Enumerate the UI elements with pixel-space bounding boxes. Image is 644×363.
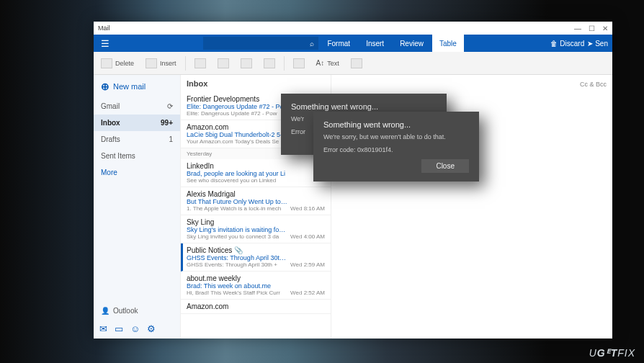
search-icon: ⌕ bbox=[310, 40, 314, 48]
error-title: Something went wrong... bbox=[291, 102, 437, 111]
discard-button[interactable]: 🗑 Discard bbox=[550, 40, 584, 48]
ribbon-text[interactable]: A↕Text bbox=[313, 59, 342, 67]
message-item[interactable]: Alexis Madrigal But That Future Only Wen… bbox=[181, 187, 331, 215]
error-dialog-front: Something went wrong... We're sorry, but… bbox=[313, 112, 479, 182]
message-subject: Brad: This week on about.me bbox=[187, 282, 287, 290]
ribbon-align[interactable] bbox=[290, 58, 308, 68]
message-item[interactable]: Public Notices 📎 GHSS Events: Through Ap… bbox=[181, 243, 331, 272]
insert-table-icon bbox=[146, 58, 157, 68]
message-preview: See who discovered you on Linked bbox=[187, 177, 322, 184]
message-preview: Hi, Brad! This Week's Staff Pick Curr bbox=[187, 290, 287, 296]
send-icon: ➤ bbox=[587, 40, 593, 48]
close-window-button[interactable]: ✕ bbox=[602, 24, 608, 32]
message-time: Wed 2:52 AM bbox=[287, 290, 325, 296]
ribbon-style2[interactable] bbox=[215, 58, 232, 68]
message-time: Wed 4:00 AM bbox=[287, 233, 325, 240]
message-preview: Sky Ling invited you to connect 3 da bbox=[187, 233, 287, 240]
appbar-actions: 🗑 Discard ➤ Sen bbox=[550, 40, 612, 48]
table-style-icon bbox=[194, 58, 206, 68]
message-item[interactable]: Amazon.com bbox=[181, 300, 331, 314]
sidebar-bottom-icons: ✉ ▭ ☺ ⚙ bbox=[94, 319, 180, 339]
message-subject: Sky Ling's invitation is waiting for yo bbox=[187, 226, 287, 233]
plus-icon: ⊕ bbox=[101, 81, 109, 92]
message-sender: LinkedIn bbox=[187, 162, 322, 170]
margins-icon bbox=[351, 58, 362, 68]
message-item[interactable]: Sky Ling Sky Ling's invitation is waitin… bbox=[181, 215, 331, 243]
mail-icon[interactable]: ✉ bbox=[99, 323, 107, 334]
ribbon-tabs: Format Insert Review Table bbox=[320, 35, 463, 52]
new-mail-button[interactable]: ⊕ New mail bbox=[94, 75, 180, 98]
error-code: Error code: 0x801901f4. bbox=[323, 146, 469, 153]
message-subject: Brad, people are looking at your Li bbox=[187, 170, 322, 177]
message-sender: Amazon.com bbox=[187, 302, 322, 310]
folder-sent[interactable]: Sent Items bbox=[94, 148, 180, 164]
folder-inbox[interactable]: Inbox 99+ bbox=[94, 115, 180, 131]
settings-icon[interactable]: ⚙ bbox=[147, 323, 156, 334]
cc-bcc-toggle[interactable]: Cc & Bcc bbox=[337, 81, 607, 88]
message-item[interactable]: LinkedIn Brad, people are looking at you… bbox=[181, 159, 331, 187]
more-folders[interactable]: More bbox=[94, 164, 180, 181]
watermark: UGᴱTFIX bbox=[589, 347, 635, 359]
message-sender: about.me weekly bbox=[187, 274, 287, 282]
minimize-button[interactable]: — bbox=[574, 24, 581, 32]
window-controls: — ☐ ✕ bbox=[574, 24, 608, 32]
folder-title: Inbox bbox=[181, 75, 331, 92]
calendar-icon[interactable]: ▭ bbox=[115, 323, 123, 334]
maximize-button[interactable]: ☐ bbox=[589, 24, 595, 32]
window-title: Mail bbox=[98, 24, 110, 32]
close-button[interactable]: Close bbox=[421, 159, 469, 173]
separator bbox=[185, 56, 186, 71]
trash-icon: 🗑 bbox=[550, 40, 558, 48]
sync-icon[interactable]: ⟳ bbox=[167, 102, 173, 110]
outlook-account[interactable]: 👤 Outlook bbox=[94, 302, 180, 319]
folder-drafts[interactable]: Drafts 1 bbox=[94, 131, 180, 148]
message-time: Wed 8:16 AM bbox=[287, 205, 325, 212]
drafts-count: 1 bbox=[169, 135, 173, 143]
titlebar: Mail — ☐ ✕ bbox=[94, 22, 612, 35]
message-subject: GHSS Events: Through April 30th + bbox=[187, 254, 287, 261]
message-sender: Sky Ling bbox=[187, 218, 287, 226]
delete-table-icon bbox=[101, 58, 112, 68]
ribbon-delete[interactable]: Delete bbox=[98, 58, 137, 68]
message-sender: Public Notices 📎 bbox=[187, 246, 287, 254]
ribbon-style1[interactable] bbox=[192, 58, 209, 68]
error-title: Something went wrong... bbox=[323, 120, 469, 129]
tab-format[interactable]: Format bbox=[320, 35, 357, 52]
tab-review[interactable]: Review bbox=[393, 35, 431, 52]
tab-insert[interactable]: Insert bbox=[359, 35, 391, 52]
error-message: We're sorry, but we weren't able to do t… bbox=[323, 133, 469, 140]
tab-table[interactable]: Table bbox=[432, 35, 464, 52]
sidebar: ⊕ New mail Gmail ⟳ Inbox 99+ Drafts 1 Se… bbox=[94, 75, 180, 339]
message-subject: But That Future Only Went Up to 20 bbox=[187, 198, 287, 205]
table-style-icon bbox=[241, 58, 252, 68]
ribbon-toolbar: Delete Insert A↕Text bbox=[94, 52, 612, 75]
message-preview: 1. The Apple Watch is a lock-in mech bbox=[187, 205, 287, 212]
message-sender: Alexis Madrigal bbox=[187, 190, 287, 198]
search-input[interactable]: ⌕ bbox=[203, 37, 318, 50]
ribbon-style4[interactable] bbox=[261, 58, 278, 68]
message-item[interactable]: about.me weekly Brad: This week on about… bbox=[181, 272, 331, 300]
inbox-count: 99+ bbox=[161, 119, 173, 127]
message-preview: GHSS Events: Through April 30th + bbox=[187, 261, 287, 268]
table-style-icon bbox=[264, 58, 275, 68]
ribbon-margins[interactable] bbox=[348, 58, 365, 68]
table-style-icon bbox=[218, 58, 229, 68]
ribbon-style3[interactable] bbox=[238, 58, 255, 68]
send-button[interactable]: ➤ Sen bbox=[587, 40, 608, 48]
message-time: Wed 2:59 AM bbox=[287, 261, 325, 268]
separator bbox=[284, 56, 285, 71]
account-header[interactable]: Gmail ⟳ bbox=[94, 98, 180, 115]
menu-icon[interactable]: ☰ bbox=[94, 38, 117, 49]
app-bar: ☰ ⌕ Format Insert Review Table 🗑 Discard… bbox=[94, 35, 612, 52]
ribbon-insert[interactable]: Insert bbox=[143, 58, 179, 68]
feedback-icon[interactable]: ☺ bbox=[130, 323, 140, 334]
text-direction-icon: A↕ bbox=[316, 59, 325, 67]
align-icon bbox=[293, 58, 305, 68]
person-icon: 👤 bbox=[101, 307, 109, 315]
